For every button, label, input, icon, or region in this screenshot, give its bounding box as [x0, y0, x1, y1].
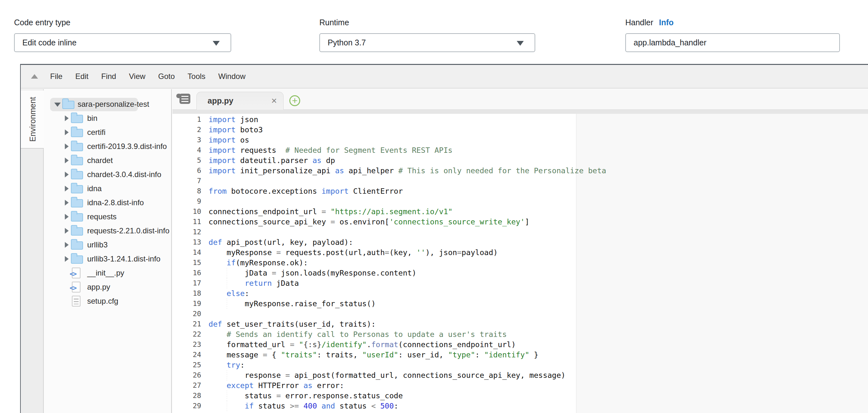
line-number: 29 [193, 401, 202, 411]
code-token: : traits, [317, 350, 362, 359]
folder-icon [71, 185, 83, 194]
caret-right-icon[interactable] [65, 186, 69, 191]
code-line: if(myResponse.ok): [209, 258, 308, 268]
caret-right-icon[interactable] [65, 129, 69, 135]
code-token: >= [290, 402, 299, 410]
code-token: = [321, 207, 326, 216]
code-token: connections_endpoint_url [209, 207, 321, 216]
handler-info-link[interactable]: Info [659, 18, 674, 27]
line-number: 21 [193, 319, 202, 329]
code-token: : [394, 402, 398, 410]
code-token: /identify" [321, 340, 367, 349]
code-token: error.response.status_code [281, 391, 403, 400]
menu-item-file[interactable]: File [50, 72, 63, 81]
menu-item-edit[interactable]: Edit [75, 72, 89, 81]
tree-item-label: chardet [87, 156, 113, 165]
tree-item-idna[interactable]: idna [44, 182, 171, 195]
caret-right-icon[interactable] [65, 242, 69, 248]
python-file-icon [72, 282, 81, 293]
runtime-value: Python 3.7 [328, 38, 366, 47]
caret-right-icon[interactable] [65, 228, 69, 234]
caret-right-icon[interactable] [65, 144, 69, 149]
tree-item-urllib3[interactable]: urllib3 [44, 238, 171, 251]
code-line: formatted_url = "{:s}/identify".format(c… [209, 340, 516, 350]
tree-item-sara-personalize-test[interactable]: sara-personalize-test [44, 98, 171, 111]
code-line: def set_user_traits(user_id, traits): [209, 319, 376, 329]
tree-item-requests-2.21.0.dist-info[interactable]: requests-2.21.0.dist-info [44, 225, 171, 237]
code-entry-type-select[interactable]: Edit code inline [14, 33, 231, 52]
tree-item-chardet-3.0.4.dist-info[interactable]: chardet-3.0.4.dist-info [44, 168, 171, 181]
menu-item-find[interactable]: Find [101, 72, 116, 81]
menu-item-tools[interactable]: Tools [187, 72, 205, 81]
line-number: 4 [197, 145, 201, 155]
code-token: init_personalize_api [236, 166, 335, 175]
caret-right-icon[interactable] [65, 200, 69, 206]
code-editor-panel: FileEditFindViewGotoToolsWindow Environm… [20, 64, 868, 413]
tree-item-bin[interactable]: bin [44, 112, 171, 125]
tab-environment[interactable]: Environment [21, 90, 44, 149]
tree-item--init-.py[interactable]: __init__.py [44, 267, 171, 279]
tree-item-idna-2.8.dist-info[interactable]: idna-2.8.dist-info [44, 196, 171, 209]
code-token: : [475, 350, 484, 359]
code-token: myResponse.raise_for_status() [227, 299, 376, 308]
code-token: ] [525, 217, 529, 226]
tree-item-app.py[interactable]: app.py [44, 281, 171, 293]
handler-input[interactable]: app.lambda_handler [625, 33, 840, 52]
tree-item-requests[interactable]: requests [44, 210, 171, 223]
tree-item-label: idna [87, 184, 101, 193]
caret-right-icon[interactable] [65, 256, 69, 262]
code-token: 'connections_source_write_key' [389, 217, 525, 226]
code-token: : [245, 289, 249, 298]
line-number: 20 [193, 309, 202, 319]
line-number: 28 [193, 391, 202, 401]
code-token: as [303, 381, 312, 390]
code-line: if status >= 400 and status < 500: [209, 401, 398, 411]
caret-right-icon[interactable] [65, 115, 69, 121]
tree-item-certifi-2019.3.9.dist-info[interactable]: certifi-2019.3.9.dist-info [44, 140, 171, 153]
code-token: and [321, 402, 335, 410]
code-token: jData [227, 268, 272, 277]
code-token [209, 391, 227, 400]
code-line: import requests # Needed for Segment Eve… [209, 145, 453, 155]
menu-item-window[interactable]: Window [218, 72, 245, 81]
code-token: payload) [462, 248, 498, 257]
tree-item-chardet[interactable]: chardet [44, 154, 171, 167]
line-number: 2 [197, 125, 201, 135]
close-tab-icon[interactable]: × [271, 92, 277, 109]
code-token: import [209, 156, 236, 165]
line-number: 12 [193, 227, 202, 237]
code-token: boto3 [236, 125, 263, 134]
code-editor-area[interactable]: 1234567891011121314151617181920212223242… [173, 114, 868, 413]
menu-item-view[interactable]: View [129, 72, 146, 81]
folder-icon [71, 241, 83, 249]
tab-list-icon[interactable] [180, 94, 190, 104]
code-token: {:s} [303, 340, 321, 349]
caret-right-icon[interactable] [65, 157, 69, 164]
line-number: 11 [193, 217, 202, 227]
code-token: def [209, 238, 222, 247]
handler-value: app.lambda_handler [633, 38, 706, 47]
code-token: = [276, 248, 281, 257]
tree-item-label: chardet-3.0.4.dist-info [87, 170, 161, 179]
new-tab-button[interactable]: + [289, 95, 300, 106]
runtime-select[interactable]: Python 3.7 [319, 33, 535, 52]
folder-icon [71, 115, 83, 123]
tree-item-certifi[interactable]: certifi [44, 126, 171, 139]
code-token [209, 371, 227, 380]
line-number: 10 [193, 206, 202, 217]
code-token: except [227, 381, 254, 390]
menu-item-goto[interactable]: Goto [158, 72, 175, 81]
caret-right-icon[interactable] [65, 172, 69, 177]
code-line: return jData [209, 278, 299, 288]
caret-right-icon[interactable] [65, 214, 69, 219]
code-token: myResponse [209, 248, 276, 257]
collapse-editor-icon[interactable] [31, 74, 38, 79]
code-token: ClientError [349, 187, 403, 196]
code-token: error: [312, 381, 344, 390]
caret-down-icon[interactable] [54, 102, 61, 107]
tree-item-setup.cfg[interactable]: setup.cfg [44, 295, 171, 307]
tree-item-urllib3-1.24.1.dist-info[interactable]: urllib3-1.24.1.dist-info [44, 253, 171, 265]
tab-app-py[interactable]: app.py × [196, 92, 284, 110]
code-token: " [299, 340, 303, 349]
code-entry-type-value: Edit code inline [22, 38, 76, 47]
